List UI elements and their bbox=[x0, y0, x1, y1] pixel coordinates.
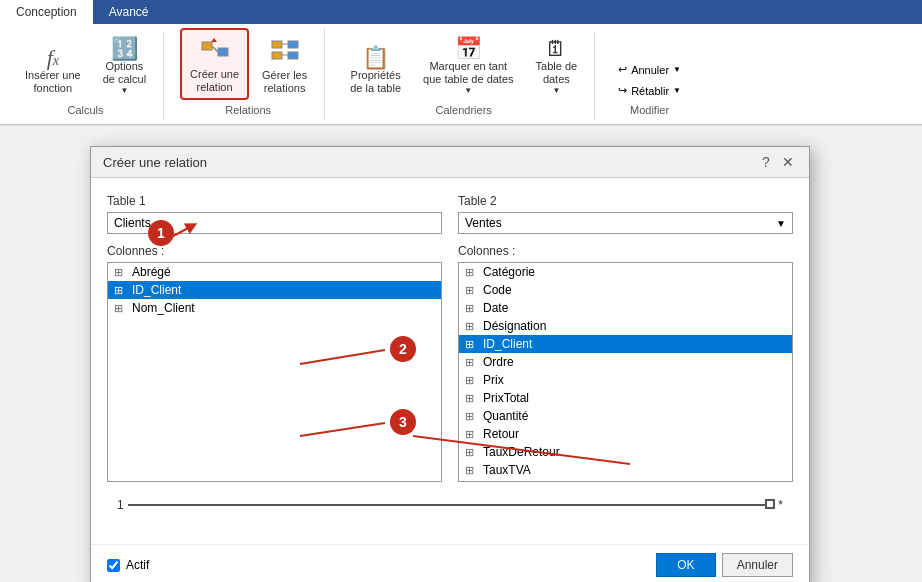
svg-marker-3 bbox=[211, 38, 217, 42]
table2-label: Table 2 bbox=[458, 194, 793, 208]
manage-relations-button[interactable]: Gérer lesrelations bbox=[253, 30, 316, 100]
calendriers-group-label: Calendriers bbox=[436, 104, 492, 116]
svg-line-2 bbox=[212, 46, 218, 52]
create-relation-icon bbox=[200, 34, 230, 68]
modifier-group-label: Modifier bbox=[630, 104, 669, 116]
footer-buttons: OK Annuler bbox=[656, 553, 793, 577]
table2-value: Ventes bbox=[465, 216, 776, 230]
table2-col: Table 2 Ventes ▼ Colonnes : ⊞Catégorie⊞C… bbox=[458, 194, 793, 482]
column-icon: ⊞ bbox=[465, 464, 479, 477]
date-table-button[interactable]: 🗓 Table dedates ▼ bbox=[527, 33, 587, 100]
column-icon: ⊞ bbox=[465, 302, 479, 315]
create-relation-button[interactable]: Créer unerelation bbox=[180, 28, 249, 100]
table2-col-item[interactable]: ⊞Catégorie bbox=[459, 263, 792, 281]
date-table-icon: 🗓 bbox=[545, 38, 567, 60]
relations-group-label: Relations bbox=[225, 104, 271, 116]
table-props-icon: 📋 bbox=[362, 47, 389, 69]
dialog-titlebar: Créer une relation ? ✕ bbox=[91, 147, 809, 178]
badge-3: 3 bbox=[390, 409, 416, 435]
table2-col-item[interactable]: ⊞Code bbox=[459, 281, 792, 299]
column-icon: ⊞ bbox=[465, 446, 479, 459]
table2-col-item[interactable]: ⊞Prix bbox=[459, 371, 792, 389]
table1-col-item[interactable]: ⊞Nom_Client bbox=[108, 299, 441, 317]
dialog-help-button[interactable]: ? bbox=[757, 153, 775, 171]
table2-col-item[interactable]: ⊞TauxTVA bbox=[459, 461, 792, 479]
column-icon: ⊞ bbox=[465, 356, 479, 369]
table2-col-item[interactable]: ⊞Ordre bbox=[459, 353, 792, 371]
table1-columns-list[interactable]: ⊞Abrégé⊞ID_Client⊞Nom_Client bbox=[107, 262, 442, 482]
table2-col-item[interactable]: ⊞ID_Client bbox=[459, 335, 792, 353]
redo-button[interactable]: ↪ Rétablir ▼ bbox=[611, 81, 688, 100]
table2-columns-list[interactable]: ⊞Catégorie⊞Code⊞Date⊞Désignation⊞ID_Clie… bbox=[458, 262, 793, 482]
col-name: Catégorie bbox=[483, 265, 535, 279]
main-area: Créer une relation ? ✕ Table 1 Clients C… bbox=[0, 126, 922, 582]
table1-columns-label: Colonnes : bbox=[107, 244, 442, 258]
column-icon: ⊞ bbox=[465, 374, 479, 387]
tables-row: Table 1 Clients Colonnes : ⊞Abrégé⊞ID_Cl… bbox=[107, 194, 793, 482]
col-name: Nom_Client bbox=[132, 301, 195, 315]
cardinality-right: * bbox=[778, 498, 783, 512]
table-props-label: Propriétésde la table bbox=[350, 69, 401, 95]
ribbon: Conception Avancé fx Insérer une fonctio… bbox=[0, 0, 922, 126]
column-icon: ⊞ bbox=[465, 428, 479, 441]
table2-arrow-icon: ▼ bbox=[776, 218, 786, 229]
col-name: Abrégé bbox=[132, 265, 171, 279]
table2-col-item[interactable]: ⊞Retour bbox=[459, 425, 792, 443]
table2-col-item[interactable]: ⊞Date bbox=[459, 299, 792, 317]
undo-label: Annuler bbox=[631, 64, 669, 76]
calc-options-icon: 🔢 bbox=[111, 38, 138, 60]
undo-button[interactable]: ↩ Annuler ▼ bbox=[611, 60, 688, 79]
insert-function-label: Insérer une fonction bbox=[25, 69, 81, 95]
col-name: Quantité bbox=[483, 409, 528, 423]
calc-options-button[interactable]: 🔢 Options de calcul ▼ bbox=[94, 33, 155, 100]
column-icon: ⊞ bbox=[465, 392, 479, 405]
table2-col-item[interactable]: ⊞PrixTotal bbox=[459, 389, 792, 407]
col-name: ID_Client bbox=[483, 337, 532, 351]
svg-rect-0 bbox=[202, 42, 212, 50]
col-name: ID_Client bbox=[132, 283, 181, 297]
dialog-body: Table 1 Clients Colonnes : ⊞Abrégé⊞ID_Cl… bbox=[91, 178, 809, 544]
column-icon: ⊞ bbox=[465, 284, 479, 297]
svg-rect-4 bbox=[272, 41, 282, 48]
col-name: Désignation bbox=[483, 319, 546, 333]
table1-label: Table 1 bbox=[107, 194, 442, 208]
actif-label: Actif bbox=[126, 558, 149, 572]
col-name: Ordre bbox=[483, 355, 514, 369]
table2-col-item[interactable]: ⊞TotalTTC bbox=[459, 479, 792, 482]
table2-col-item[interactable]: ⊞TauxDeRetour bbox=[459, 443, 792, 461]
col-name: PrixTotal bbox=[483, 391, 529, 405]
column-icon: ⊞ bbox=[465, 410, 479, 423]
table2-columns-label: Colonnes : bbox=[458, 244, 793, 258]
actif-checkbox[interactable] bbox=[107, 559, 120, 572]
redo-icon: ↪ bbox=[618, 84, 627, 97]
redo-label: Rétablir bbox=[631, 85, 669, 97]
mark-date-icon: 📅 bbox=[455, 38, 482, 60]
table2-col-item[interactable]: ⊞Quantité bbox=[459, 407, 792, 425]
col-name: Prix bbox=[483, 373, 504, 387]
table1-col-item[interactable]: ⊞ID_Client bbox=[108, 281, 441, 299]
cancel-button[interactable]: Annuler bbox=[722, 553, 793, 577]
column-icon: ⊞ bbox=[114, 266, 128, 279]
tab-avance[interactable]: Avancé bbox=[93, 0, 165, 24]
column-icon: ⊞ bbox=[114, 302, 128, 315]
table2-col-item[interactable]: ⊞Désignation bbox=[459, 317, 792, 335]
dialog-create-relation: Créer une relation ? ✕ Table 1 Clients C… bbox=[90, 146, 810, 582]
insert-function-button[interactable]: fx Insérer une fonction bbox=[16, 42, 90, 100]
dialog-footer: Actif OK Annuler bbox=[91, 544, 809, 582]
dialog-close-button[interactable]: ✕ bbox=[779, 153, 797, 171]
ribbon-group-calculs: fx Insérer une fonction 🔢 Options de cal… bbox=[8, 33, 164, 120]
col-name: TotalTTC bbox=[483, 481, 532, 482]
relation-area: 1 * bbox=[107, 490, 793, 520]
table1-col-item[interactable]: ⊞Abrégé bbox=[108, 263, 441, 281]
svg-rect-1 bbox=[218, 48, 228, 56]
table2-select[interactable]: Ventes ▼ bbox=[458, 212, 793, 234]
table-properties-button[interactable]: 📋 Propriétésde la table bbox=[341, 42, 410, 100]
undo-icon: ↩ bbox=[618, 63, 627, 76]
tab-conception[interactable]: Conception bbox=[0, 0, 93, 24]
svg-rect-7 bbox=[288, 52, 298, 59]
mark-date-table-button[interactable]: 📅 Marquer en tantque table de dates ▼ bbox=[414, 33, 523, 100]
ribbon-content: fx Insérer une fonction 🔢 Options de cal… bbox=[0, 24, 922, 125]
col-name: Retour bbox=[483, 427, 519, 441]
ok-button[interactable]: OK bbox=[656, 553, 715, 577]
function-icon: fx bbox=[47, 47, 59, 69]
